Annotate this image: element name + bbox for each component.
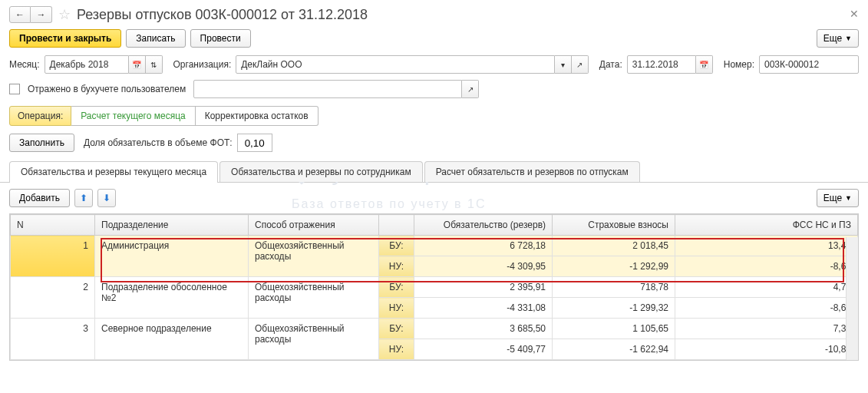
month-field[interactable]: Декабрь 2018 [45, 55, 129, 74]
tab-by-employees[interactable]: Обязательства и резервы по сотрудникам [219, 161, 423, 182]
cell-fss-bu: 4,79 [675, 277, 858, 298]
move-up-button[interactable]: ⬆ [74, 189, 93, 207]
page-title: Резервы отпусков 003К-000012 от 31.12.20… [77, 7, 368, 23]
cell-obl-nu: -5 409,77 [414, 339, 553, 360]
org-label: Организация: [173, 59, 232, 70]
date-label: Дата: [599, 59, 622, 70]
reflected-checkbox[interactable] [9, 84, 20, 94]
table-row[interactable]: 1 Администрация Общехозяйственный расход… [11, 236, 858, 256]
open-icon[interactable]: ↗ [462, 80, 479, 98]
share-label: Доля обязательств в объеме ФОТ: [84, 137, 233, 148]
post-and-close-button[interactable]: Провести и закрыть [9, 29, 121, 48]
month-step-button[interactable]: ⇅ [146, 55, 163, 74]
number-field[interactable]: 003К-000012 [759, 55, 859, 74]
move-down-button[interactable]: ⬇ [97, 189, 116, 207]
calendar-icon[interactable]: 📅 [129, 55, 146, 74]
cell-fss-nu: -8,64 [675, 256, 858, 277]
dropdown-icon[interactable]: ▾ [555, 55, 572, 74]
cell-obl-bu: 6 728,18 [414, 236, 553, 256]
open-icon[interactable]: ↗ [572, 55, 589, 74]
organization-field[interactable]: ДекЛайн ООО [236, 55, 555, 74]
nav-back-button[interactable]: ← [9, 6, 31, 23]
cell-obl-nu: -4 309,95 [414, 256, 553, 277]
add-button[interactable]: Добавить [9, 189, 70, 207]
toolbar-more-button[interactable]: Еще▼ [817, 29, 859, 48]
date-field[interactable]: 31.12.2018 [627, 55, 696, 74]
month-label: Месяц: [9, 59, 40, 70]
favorite-icon[interactable]: ☆ [58, 6, 71, 23]
table-row[interactable]: 2 Подразделение обосоленное №2 Общехозяй… [11, 277, 858, 298]
fill-button[interactable]: Заполнить [9, 134, 74, 152]
share-input[interactable] [237, 134, 272, 152]
cell-dept: Подразделение обосоленное №2 [95, 277, 249, 319]
table-more-button[interactable]: Еще▼ [817, 189, 859, 207]
number-label: Номер: [724, 59, 754, 70]
cell-obl-nu: -4 331,08 [414, 298, 553, 319]
col-obligation[interactable]: Обязательство (резерв) [414, 215, 553, 236]
operation-tab-correction[interactable]: Корректировка остатков [196, 106, 318, 126]
col-dept[interactable]: Подразделение [95, 215, 249, 236]
cell-type-nu: НУ: [379, 298, 414, 319]
reflected-field[interactable] [193, 80, 462, 98]
cell-n: 3 [11, 319, 95, 360]
nav-forward-button[interactable]: → [31, 6, 52, 23]
cell-con-nu: -1 622,94 [553, 339, 675, 360]
data-table: N Подразделение Способ отражения Обязате… [9, 213, 859, 361]
cell-method: Общехозяйственный расходы [249, 277, 379, 319]
cell-con-bu: 718,78 [553, 277, 675, 298]
col-fss[interactable]: ФСС НС и ПЗ [675, 215, 858, 236]
cell-dept: Северное подразделение [95, 319, 249, 360]
cell-con-nu: -1 299,32 [553, 298, 675, 319]
cell-type-nu: НУ: [379, 339, 414, 360]
cell-fss-bu: 13,46 [675, 236, 858, 256]
cell-con-nu: -1 292,99 [553, 256, 675, 277]
cell-con-bu: 1 105,65 [553, 319, 675, 339]
post-button[interactable]: Провести [190, 29, 251, 48]
cell-dept: Администрация [95, 236, 249, 277]
cell-method: Общехозяйственный расходы [249, 236, 379, 277]
reflected-label: Отражено в бухучете пользователем [28, 84, 186, 94]
table-row[interactable]: 3 Северное подразделение Общехозяйственн… [11, 319, 858, 339]
cell-fss-nu: -10,81 [675, 339, 858, 360]
tab-current-month[interactable]: Обязательства и резервы текущего месяца [9, 161, 218, 182]
col-contributions[interactable]: Страховые взносы [553, 215, 675, 236]
cell-type-bu: БУ: [379, 236, 414, 256]
calendar-icon[interactable]: 📅 [696, 55, 713, 74]
close-icon[interactable]: ✕ [850, 8, 859, 20]
cell-con-bu: 2 018,45 [553, 236, 675, 256]
cell-obl-bu: 3 685,50 [414, 319, 553, 339]
cell-fss-nu: -8,66 [675, 298, 858, 319]
scrollbar[interactable] [846, 237, 858, 360]
col-n[interactable]: N [11, 215, 95, 236]
tab-calc-vacations[interactable]: Расчет обязательств и резервов по отпуск… [424, 161, 640, 182]
col-type[interactable] [379, 215, 414, 236]
operation-tab-current[interactable]: Расчет текущего месяца [71, 106, 195, 126]
cell-obl-bu: 2 395,91 [414, 277, 553, 298]
cell-type-bu: БУ: [379, 319, 414, 339]
cell-type-bu: БУ: [379, 277, 414, 298]
write-button[interactable]: Записать [126, 29, 185, 48]
operation-label: Операция: [9, 106, 71, 126]
col-method[interactable]: Способ отражения [249, 215, 379, 236]
cell-type-nu: НУ: [379, 256, 414, 277]
cell-fss-bu: 7,38 [675, 319, 858, 339]
cell-method: Общехозяйственный расходы [249, 319, 379, 360]
cell-n: 2 [11, 277, 95, 319]
cell-n: 1 [11, 236, 95, 277]
